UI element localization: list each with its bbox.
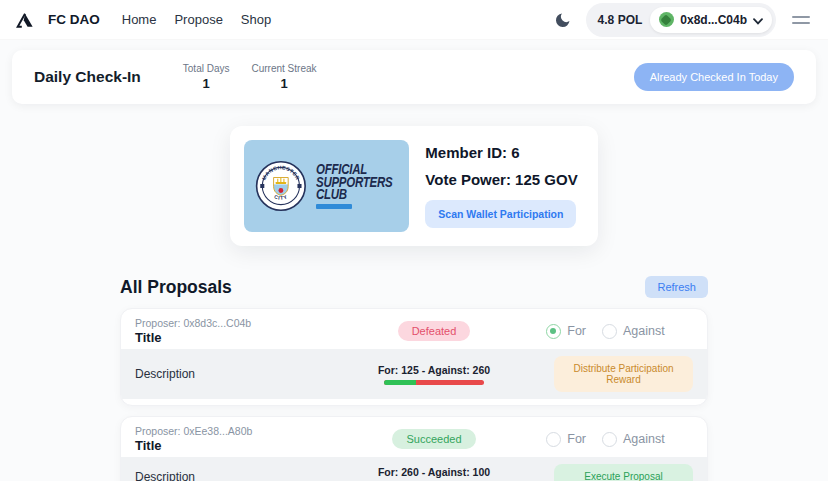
proposal-title: Title: [135, 438, 350, 453]
stat-value: 1: [252, 76, 317, 91]
scan-wallet-participation-button[interactable]: Scan Wallet Participation: [425, 200, 576, 228]
brand-name[interactable]: FC DAO: [48, 12, 100, 27]
nav-link-home[interactable]: Home: [122, 12, 157, 27]
navbar: FC DAO Home Propose Shop 4.8 POL 0x8d...…: [0, 0, 828, 40]
vote-radios: For Against: [518, 324, 693, 339]
supporters-club-image: MANCHESTER CITY OFFICIAL: [244, 140, 409, 232]
wallet-address-button[interactable]: 0x8d...C04b: [650, 7, 772, 33]
nav-link-propose[interactable]: Propose: [174, 12, 222, 27]
proposal-card: Proposer: 0xEe38...A80b Title Succeeded …: [120, 416, 708, 481]
stat-current-streak: Current Streak 1: [252, 63, 317, 91]
status-badge: Defeated: [398, 321, 471, 341]
member-card: MANCHESTER CITY OFFICIAL: [230, 126, 597, 246]
proposal-proposer: Proposer: 0x8d3c...C04b: [135, 317, 350, 329]
vote-tally: For: 260 - Against: 100: [378, 466, 490, 478]
radio-against-circle[interactable]: [602, 324, 617, 339]
wallet-avatar: [659, 12, 674, 27]
stat-label: Total Days: [183, 63, 230, 74]
menu-icon[interactable]: [790, 12, 812, 28]
wallet-balance: 4.8 POL: [598, 13, 643, 27]
status-badge: Succeeded: [392, 429, 475, 449]
brand-logo-icon: [16, 12, 34, 28]
proposal-description: Description: [135, 367, 350, 381]
proposal-card: Proposer: 0x8d3c...C04b Title Defeated F…: [120, 308, 708, 406]
distribute-reward-button[interactable]: Distribute Participation Reward: [554, 356, 693, 392]
dark-mode-moon-icon[interactable]: [554, 11, 572, 29]
already-checked-in-button[interactable]: Already Checked In Today: [634, 63, 794, 91]
proposal-description: Description: [135, 470, 350, 481]
main-nav: Home Propose Shop: [122, 12, 271, 27]
checkin-title: Daily Check-In: [34, 68, 141, 86]
vote-tally: For: 125 - Against: 260: [378, 364, 490, 376]
proposals-heading: All Proposals: [120, 277, 232, 298]
proposal-title: Title: [135, 330, 350, 345]
proposals-section: All Proposals Refresh Proposer: 0x8d3c..…: [120, 276, 708, 481]
vote-against-radio[interactable]: Against: [602, 432, 665, 447]
radio-against-label: Against: [623, 324, 665, 338]
radio-for-circle[interactable]: [546, 432, 561, 447]
wallet-pill[interactable]: 4.8 POL 0x8d...C04b: [586, 3, 776, 37]
radio-for-circle[interactable]: [546, 324, 561, 339]
manchester-city-crest-icon: MANCHESTER CITY: [255, 157, 307, 215]
refresh-button[interactable]: Refresh: [645, 276, 708, 298]
radio-for-label: For: [567, 324, 586, 338]
proposal-proposer: Proposer: 0xEe38...A80b: [135, 425, 350, 437]
daily-checkin-card: Daily Check-In Total Days 1 Current Stre…: [12, 50, 816, 104]
member-info: Member ID: 6 Vote Power: 125 GOV Scan Wa…: [425, 144, 583, 228]
club-sub-mark: [316, 204, 352, 209]
stat-value: 1: [183, 76, 230, 91]
member-section: MANCHESTER CITY OFFICIAL: [0, 126, 828, 246]
wallet-address: 0x8d...C04b: [680, 13, 747, 27]
vote-against-radio[interactable]: Against: [602, 324, 665, 339]
execute-proposal-button[interactable]: Execute Proposal: [554, 464, 693, 481]
member-id: Member ID: 6: [425, 144, 577, 161]
radio-against-label: Against: [623, 432, 665, 446]
vote-progress-bar: [384, 380, 484, 385]
radio-against-circle[interactable]: [602, 432, 617, 447]
vote-radios: For Against: [518, 432, 693, 447]
vote-power: Vote Power: 125 GOV: [425, 171, 577, 188]
vote-for-radio[interactable]: For: [546, 432, 586, 447]
stat-total-days: Total Days 1: [183, 63, 230, 91]
radio-for-label: For: [567, 432, 586, 446]
vote-for-radio[interactable]: For: [546, 324, 586, 339]
supporters-club-text: OFFICIAL SUPPORTERS CLUB: [316, 163, 392, 201]
chevron-down-icon: [753, 11, 763, 29]
stat-label: Current Streak: [252, 63, 317, 74]
nav-link-shop[interactable]: Shop: [241, 12, 271, 27]
